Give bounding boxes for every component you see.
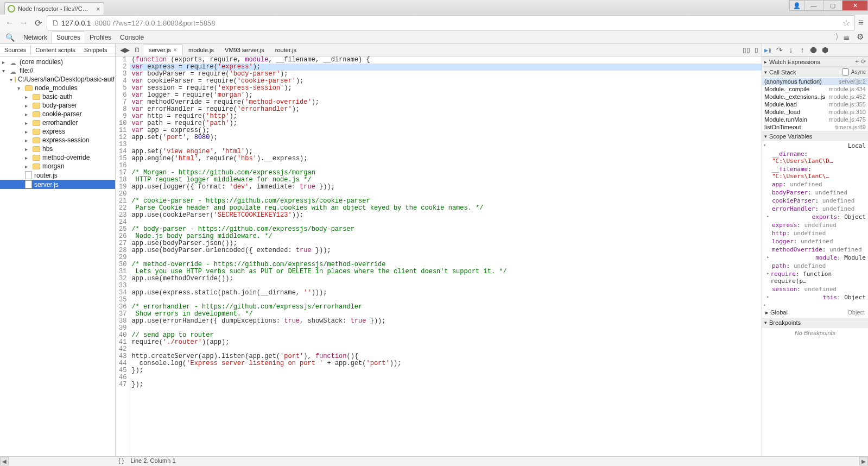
devtools-tab-sources[interactable]: Sources [52,32,85,43]
scope-var-path[interactable]: path: undefined [762,262,868,270]
scroll-right-icon[interactable]: ▶ [859,457,868,465]
scope-var-session[interactable]: session: undefined [762,285,868,293]
tab-history-icon[interactable]: ◀▶ [118,46,132,54]
user-icon[interactable]: 👤 [789,0,804,11]
menu-icon[interactable]: ≡ [858,17,864,28]
add-watch-icon[interactable]: + [856,58,859,65]
scope-local[interactable]: Local [762,142,868,150]
tree-folder-express[interactable]: ▸express [0,127,115,136]
tab-title: Node Inspector - file:///C… [18,5,88,12]
callstack-frame[interactable]: Module._extensions..jsmodule.js:452 [762,93,868,100]
callstack-frame[interactable]: Module.loadmodule.js:355 [762,100,868,108]
toggle-pane-icon[interactable]: ▯ [753,46,759,54]
pause-exceptions-button[interactable]: ⬢ [820,45,830,55]
tree-folder-body-parser[interactable]: ▸body-parser [0,101,115,110]
scope-header[interactable]: ▾ Scope Variables [762,131,868,141]
cursor-position: Line 2, Column 1 [130,457,175,464]
scope-var-logger[interactable]: logger: undefined [762,237,868,245]
tree-file-server-js[interactable]: server.js [0,180,115,189]
code-editor[interactable]: 1234567891011121314151617181920212223242… [116,56,762,456]
resume-button[interactable]: ▸⫾ [763,45,773,55]
maximize-button[interactable]: ▢ [823,0,842,11]
scope-var-express[interactable]: express: undefined [762,221,868,229]
scope-var-exports[interactable]: exports: Object [762,213,868,221]
file-navigator-icon[interactable]: 🗋 [132,46,143,54]
scope-var-__dirname[interactable]: __dirname: "C:\Users\IanC\D… [762,150,868,165]
devtools-tab-profiles[interactable]: Profiles [85,32,116,43]
async-checkbox[interactable] [842,68,849,75]
search-icon[interactable]: 🔍 [2,33,18,42]
tree-arrow-icon: ▸ [25,155,30,161]
tree-file-router-js[interactable]: router.js [0,171,115,180]
scope-var-module[interactable]: module: Module [762,254,868,262]
watch-header[interactable]: ▸ Watch Expressions +⟳ [762,56,868,67]
left-tab-sources[interactable]: Sources [0,45,31,55]
callstack-header[interactable]: ▾ Call Stack Async [762,67,868,77]
scroll-left-icon[interactable]: ◀ [0,457,9,465]
callstack-frame[interactable]: Module.runMainmodule.js:475 [762,116,868,123]
back-button[interactable]: ← [4,17,15,28]
scope-var-__filename[interactable]: __filename: "C:\Users\IanC\… [762,165,868,180]
devtools-tab-network[interactable]: Network [19,32,52,43]
tree-node-modules[interactable]: ▾node_modules [0,84,115,92]
callstack-frame[interactable]: listOnTimeouttimers.js:89 [762,123,868,131]
devtools-tab-console[interactable]: Console [116,32,148,43]
tree-folder-method-override[interactable]: ▸method-override [0,153,115,162]
scope-var-cookieParser[interactable]: cookieParser: undefined [762,197,868,205]
scope-var-http[interactable]: http: undefined [762,229,868,237]
drawer-icon[interactable]: 〉≣ [833,32,852,42]
editor-tab-module-js[interactable]: module.js [183,45,219,55]
bottom-scrollbar[interactable]: ◀ ▶ { } Line 2, Column 1 [0,456,868,466]
editor-tab-router-js[interactable]: router.js [270,45,302,55]
breakpoints-header[interactable]: ▾ Breakpoints [762,318,868,328]
step-over-button[interactable]: ↷ [775,45,784,55]
editor-tab-VM93-server-js[interactable]: VM93 server.js [219,45,270,55]
tree-folder-basic-auth[interactable]: ▸basic-auth [0,92,115,101]
url-input[interactable]: 🗋 127.0.0.1:8080/?ws=127.0.0.1:8080&port… [47,15,855,31]
callstack-frame[interactable]: Module._loadmodule.js:310 [762,108,868,116]
browser-tab[interactable]: Node Inspector - file:///C… × [4,2,104,15]
format-icon[interactable]: ▯▯ [742,46,751,54]
tree-core-modules[interactable]: ▸☁(core modules) [0,58,115,66]
settings-icon[interactable]: ⚙ [854,32,866,42]
scope-var-app[interactable]: app: undefined [762,180,868,188]
forward-button[interactable]: → [18,17,29,28]
tree-folder-cookie-parser[interactable]: ▸cookie-parser [0,110,115,118]
close-icon[interactable]: × [96,5,100,13]
tree-folder-morgan[interactable]: ▸morgan [0,162,115,171]
chevron-down-icon: ▾ [764,134,767,139]
center-panel: ◀▶ 🗋 server.js×module.jsVM93 server.jsro… [116,44,762,456]
scope-var-methodOverride[interactable]: methodOverride: undefined [762,245,868,254]
bookmark-star-icon[interactable]: ☆ [842,18,850,28]
scope-var-require[interactable]: require: function require(p… [762,270,868,285]
left-tab-content-scripts[interactable]: Content scripts [31,45,79,55]
close-tab-icon[interactable]: × [173,46,177,54]
callstack-frame[interactable]: (anonymous function)server.js:2 [762,78,868,85]
callstack-frame[interactable]: Module._compilemodule.js:434 [762,85,868,93]
tree-folder-hbs[interactable]: ▸hbs [0,144,115,153]
watch-label: Watch Expressions [769,59,820,65]
scope-extra[interactable] [762,301,868,308]
file-tree: ▸☁(core modules)▾☁file://▾C:/Users/IanC/… [0,56,115,456]
scope-var-bodyParser[interactable]: bodyParser: undefined [762,188,868,197]
tree-project[interactable]: ▾C:/Users/IanC/Desktop/basic-auth [0,75,115,84]
minimize-button[interactable]: — [804,0,823,11]
tree-folder-express-session[interactable]: ▸express-session [0,136,115,144]
scope-local-label: Local [848,142,866,149]
close-window-button[interactable]: ✕ [842,0,868,11]
main-area: SourcesContent scriptsSnippets ▸☁(core m… [0,44,868,456]
refresh-watch-icon[interactable]: ⟳ [861,58,866,65]
scope-var-this[interactable]: this: Object [762,293,868,301]
editor-tab-server-js[interactable]: server.js× [143,45,183,55]
tree-file-root[interactable]: ▾☁file:// [0,66,115,75]
step-out-button[interactable]: ↑ [797,45,807,55]
reload-button[interactable]: ⟳ [33,17,43,28]
left-tab-snippets[interactable]: Snippets [80,45,112,55]
chevron-down-icon: ▾ [764,320,767,325]
scope-global[interactable]: ▸ Global Object [762,308,868,317]
deactivate-breakpoints-button[interactable]: ⯃ [809,45,819,55]
tree-folder-errorhandler[interactable]: ▸errorhandler [0,118,115,127]
scope-var-errorHandler[interactable]: errorHandler: undefined [762,205,868,213]
step-into-button[interactable]: ↓ [786,45,796,55]
pretty-print-icon[interactable]: { } [118,457,124,464]
